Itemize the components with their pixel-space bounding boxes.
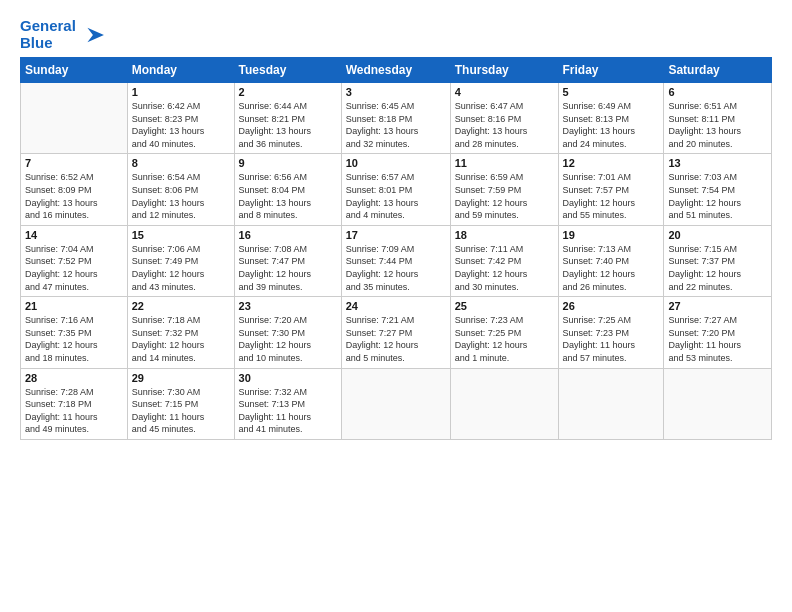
calendar-cell: 9Sunrise: 6:56 AMSunset: 8:04 PMDaylight… [234,154,341,225]
day-info: Sunrise: 7:13 AMSunset: 7:40 PMDaylight:… [563,243,660,293]
day-number: 6 [668,86,767,98]
calendar-week-row: 14Sunrise: 7:04 AMSunset: 7:52 PMDayligh… [21,225,772,296]
calendar-header-friday: Friday [558,58,664,83]
calendar-cell: 30Sunrise: 7:32 AMSunset: 7:13 PMDayligh… [234,368,341,439]
day-info: Sunrise: 7:08 AMSunset: 7:47 PMDaylight:… [239,243,337,293]
day-info: Sunrise: 7:28 AMSunset: 7:18 PMDaylight:… [25,386,123,436]
calendar-cell: 18Sunrise: 7:11 AMSunset: 7:42 PMDayligh… [450,225,558,296]
day-number: 3 [346,86,446,98]
day-number: 29 [132,372,230,384]
calendar-cell: 11Sunrise: 6:59 AMSunset: 7:59 PMDayligh… [450,154,558,225]
calendar-cell: 25Sunrise: 7:23 AMSunset: 7:25 PMDayligh… [450,297,558,368]
calendar-cell: 10Sunrise: 6:57 AMSunset: 8:01 PMDayligh… [341,154,450,225]
day-info: Sunrise: 7:04 AMSunset: 7:52 PMDaylight:… [25,243,123,293]
calendar-cell: 22Sunrise: 7:18 AMSunset: 7:32 PMDayligh… [127,297,234,368]
calendar-cell: 28Sunrise: 7:28 AMSunset: 7:18 PMDayligh… [21,368,128,439]
day-number: 13 [668,157,767,169]
day-number: 17 [346,229,446,241]
calendar-cell: 20Sunrise: 7:15 AMSunset: 7:37 PMDayligh… [664,225,772,296]
day-info: Sunrise: 6:47 AMSunset: 8:16 PMDaylight:… [455,100,554,150]
day-number: 26 [563,300,660,312]
day-info: Sunrise: 6:44 AMSunset: 8:21 PMDaylight:… [239,100,337,150]
calendar-week-row: 7Sunrise: 6:52 AMSunset: 8:09 PMDaylight… [21,154,772,225]
calendar-cell: 12Sunrise: 7:01 AMSunset: 7:57 PMDayligh… [558,154,664,225]
day-info: Sunrise: 6:51 AMSunset: 8:11 PMDaylight:… [668,100,767,150]
day-number: 11 [455,157,554,169]
calendar-cell: 19Sunrise: 7:13 AMSunset: 7:40 PMDayligh… [558,225,664,296]
calendar-table: SundayMondayTuesdayWednesdayThursdayFrid… [20,57,772,440]
svg-marker-0 [87,27,104,42]
day-info: Sunrise: 7:11 AMSunset: 7:42 PMDaylight:… [455,243,554,293]
day-info: Sunrise: 6:45 AMSunset: 8:18 PMDaylight:… [346,100,446,150]
day-number: 10 [346,157,446,169]
calendar-cell: 2Sunrise: 6:44 AMSunset: 8:21 PMDaylight… [234,83,341,154]
day-info: Sunrise: 7:27 AMSunset: 7:20 PMDaylight:… [668,314,767,364]
calendar-cell: 14Sunrise: 7:04 AMSunset: 7:52 PMDayligh… [21,225,128,296]
calendar-cell [450,368,558,439]
day-number: 19 [563,229,660,241]
day-number: 21 [25,300,123,312]
calendar-cell [558,368,664,439]
calendar-cell: 21Sunrise: 7:16 AMSunset: 7:35 PMDayligh… [21,297,128,368]
calendar-cell: 4Sunrise: 6:47 AMSunset: 8:16 PMDaylight… [450,83,558,154]
day-number: 9 [239,157,337,169]
calendar-week-row: 28Sunrise: 7:28 AMSunset: 7:18 PMDayligh… [21,368,772,439]
day-info: Sunrise: 6:52 AMSunset: 8:09 PMDaylight:… [25,171,123,221]
calendar-header-tuesday: Tuesday [234,58,341,83]
calendar-header-saturday: Saturday [664,58,772,83]
calendar-week-row: 1Sunrise: 6:42 AMSunset: 8:23 PMDaylight… [21,83,772,154]
day-number: 8 [132,157,230,169]
logo-text: GeneralBlue [20,18,76,51]
day-info: Sunrise: 6:57 AMSunset: 8:01 PMDaylight:… [346,171,446,221]
day-info: Sunrise: 7:01 AMSunset: 7:57 PMDaylight:… [563,171,660,221]
day-info: Sunrise: 7:16 AMSunset: 7:35 PMDaylight:… [25,314,123,364]
calendar-header-monday: Monday [127,58,234,83]
calendar-cell: 1Sunrise: 6:42 AMSunset: 8:23 PMDaylight… [127,83,234,154]
day-number: 23 [239,300,337,312]
day-info: Sunrise: 6:49 AMSunset: 8:13 PMDaylight:… [563,100,660,150]
day-info: Sunrise: 6:56 AMSunset: 8:04 PMDaylight:… [239,171,337,221]
day-number: 1 [132,86,230,98]
calendar-cell: 6Sunrise: 6:51 AMSunset: 8:11 PMDaylight… [664,83,772,154]
day-number: 12 [563,157,660,169]
calendar-cell: 27Sunrise: 7:27 AMSunset: 7:20 PMDayligh… [664,297,772,368]
header: GeneralBlue [20,18,772,51]
calendar-week-row: 21Sunrise: 7:16 AMSunset: 7:35 PMDayligh… [21,297,772,368]
day-number: 15 [132,229,230,241]
calendar-cell: 13Sunrise: 7:03 AMSunset: 7:54 PMDayligh… [664,154,772,225]
day-number: 25 [455,300,554,312]
logo: GeneralBlue [20,18,106,51]
day-info: Sunrise: 7:15 AMSunset: 7:37 PMDaylight:… [668,243,767,293]
day-number: 4 [455,86,554,98]
calendar-header-sunday: Sunday [21,58,128,83]
day-info: Sunrise: 7:32 AMSunset: 7:13 PMDaylight:… [239,386,337,436]
calendar-header-wednesday: Wednesday [341,58,450,83]
page: GeneralBlue SundayMondayTuesdayWednesday… [0,0,792,450]
day-info: Sunrise: 6:54 AMSunset: 8:06 PMDaylight:… [132,171,230,221]
day-number: 16 [239,229,337,241]
day-info: Sunrise: 7:30 AMSunset: 7:15 PMDaylight:… [132,386,230,436]
day-number: 7 [25,157,123,169]
day-number: 20 [668,229,767,241]
day-info: Sunrise: 7:18 AMSunset: 7:32 PMDaylight:… [132,314,230,364]
day-number: 30 [239,372,337,384]
calendar-cell: 3Sunrise: 6:45 AMSunset: 8:18 PMDaylight… [341,83,450,154]
calendar-cell: 23Sunrise: 7:20 AMSunset: 7:30 PMDayligh… [234,297,341,368]
day-info: Sunrise: 7:20 AMSunset: 7:30 PMDaylight:… [239,314,337,364]
day-info: Sunrise: 7:21 AMSunset: 7:27 PMDaylight:… [346,314,446,364]
calendar-cell: 15Sunrise: 7:06 AMSunset: 7:49 PMDayligh… [127,225,234,296]
day-info: Sunrise: 7:23 AMSunset: 7:25 PMDaylight:… [455,314,554,364]
day-number: 27 [668,300,767,312]
day-number: 5 [563,86,660,98]
day-info: Sunrise: 7:25 AMSunset: 7:23 PMDaylight:… [563,314,660,364]
day-info: Sunrise: 7:06 AMSunset: 7:49 PMDaylight:… [132,243,230,293]
day-number: 28 [25,372,123,384]
day-info: Sunrise: 7:09 AMSunset: 7:44 PMDaylight:… [346,243,446,293]
calendar-cell: 24Sunrise: 7:21 AMSunset: 7:27 PMDayligh… [341,297,450,368]
calendar-cell: 29Sunrise: 7:30 AMSunset: 7:15 PMDayligh… [127,368,234,439]
calendar-header-row: SundayMondayTuesdayWednesdayThursdayFrid… [21,58,772,83]
day-info: Sunrise: 6:42 AMSunset: 8:23 PMDaylight:… [132,100,230,150]
calendar-cell [21,83,128,154]
calendar-header-thursday: Thursday [450,58,558,83]
calendar-cell: 5Sunrise: 6:49 AMSunset: 8:13 PMDaylight… [558,83,664,154]
